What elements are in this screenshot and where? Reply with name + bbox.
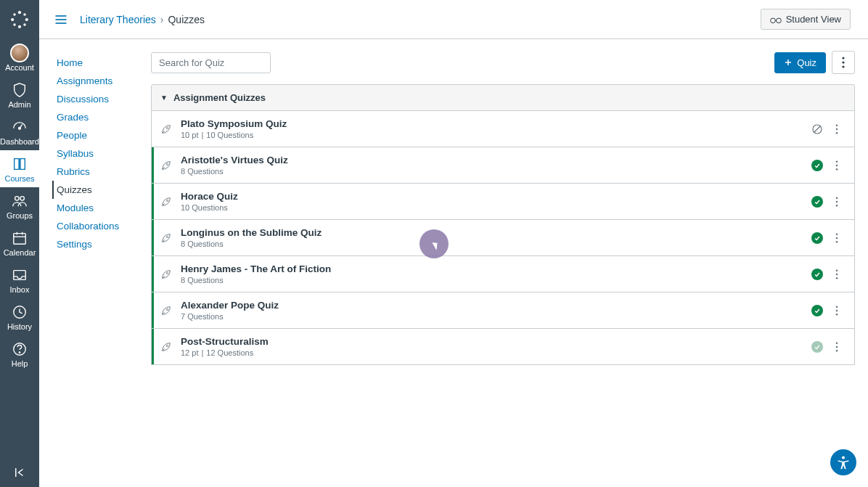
- svg-point-57: [836, 309, 838, 311]
- quiz-subtitle: 12 pt|12 Questions: [181, 348, 806, 357]
- rocket-icon: [152, 304, 181, 317]
- quiz-row-menu[interactable]: [828, 197, 846, 207]
- svg-point-33: [166, 127, 168, 128]
- quiz-questions: 8 Questions: [181, 167, 224, 176]
- course-nav-discussions[interactable]: Discussions: [52, 90, 134, 108]
- app-logo[interactable]: [0, 0, 39, 39]
- quiz-title-link[interactable]: Longinus on the Sublime Quiz: [181, 227, 806, 238]
- quiz-title-link[interactable]: Plato Symposium Quiz: [181, 118, 806, 129]
- quiz-title-link[interactable]: Henry James - The Art of Fiction: [181, 263, 806, 274]
- quiz-row: Post-Structuralism12 pt|12 Questions: [152, 329, 854, 365]
- published-icon[interactable]: [806, 269, 828, 280]
- glasses-icon: [770, 15, 782, 25]
- nav-item-label: Calendar: [4, 248, 36, 257]
- svg-point-59: [166, 345, 168, 346]
- plus-icon: [784, 58, 793, 67]
- add-quiz-button[interactable]: Quiz: [774, 52, 826, 73]
- hamburger-button[interactable]: [52, 11, 70, 28]
- published-icon[interactable]: [806, 305, 828, 316]
- svg-point-45: [836, 200, 838, 202]
- quiz-title-link[interactable]: Aristotle's Virtues Quiz: [181, 155, 806, 165]
- quiz-row-menu[interactable]: [828, 233, 846, 243]
- svg-point-54: [836, 277, 838, 279]
- quiz-title-link[interactable]: Alexander Pope Quiz: [181, 300, 806, 311]
- quiz-row: Henry James - The Art of Fiction8 Questi…: [152, 256, 854, 292]
- accessibility-icon: [835, 454, 851, 470]
- nav-item-label: Inbox: [10, 285, 30, 294]
- published-icon[interactable]: [806, 232, 828, 244]
- nav-item-help[interactable]: Help: [0, 335, 39, 372]
- published-icon[interactable]: [806, 160, 828, 171]
- rocket-icon: [152, 159, 181, 172]
- quiz-questions: 7 Questions: [181, 312, 224, 321]
- nav-item-account[interactable]: Account: [0, 39, 39, 76]
- course-nav-quizzes[interactable]: Quizzes: [52, 181, 134, 199]
- collapse-nav-button[interactable]: [0, 458, 39, 487]
- nav-item-calendar[interactable]: Calendar: [0, 224, 39, 261]
- nav-item-label: Admin: [8, 100, 30, 109]
- nav-item-dashboard[interactable]: Dashboard: [0, 113, 39, 150]
- nav-item-courses[interactable]: Courses: [0, 150, 39, 187]
- svg-point-32: [842, 65, 844, 67]
- section-header[interactable]: ▼ Assignment Quizzes: [151, 84, 855, 111]
- quiz-options-button[interactable]: [832, 51, 855, 74]
- shield-icon: [10, 82, 29, 98]
- svg-point-38: [836, 131, 838, 134]
- svg-point-42: [836, 168, 838, 170]
- top-bar: Literary Theories › Quizzes Student View: [39, 0, 868, 39]
- svg-point-55: [166, 308, 168, 310]
- course-nav-collaborations[interactable]: Collaborations: [52, 217, 134, 235]
- course-nav-assignments[interactable]: Assignments: [52, 72, 134, 90]
- svg-line-35: [814, 126, 820, 132]
- quiz-subtitle: 8 Questions: [181, 240, 806, 248]
- quiz-meta: Aristotle's Virtues Quiz8 Questions: [181, 155, 806, 176]
- svg-point-3: [25, 18, 28, 21]
- quiz-meta: Alexander Pope Quiz7 Questions: [181, 300, 806, 321]
- published-icon[interactable]: [806, 341, 828, 353]
- published-icon[interactable]: [806, 196, 828, 208]
- quiz-row-menu[interactable]: [828, 306, 846, 316]
- divider: |: [201, 131, 203, 139]
- svg-point-12: [20, 197, 24, 201]
- nav-item-admin[interactable]: Admin: [0, 76, 39, 113]
- unpublished-icon[interactable]: [806, 123, 828, 135]
- quiz-row-menu[interactable]: [828, 342, 846, 352]
- quiz-points: 12 pt: [181, 348, 198, 357]
- course-nav-grades[interactable]: Grades: [52, 108, 134, 126]
- course-nav-syllabus[interactable]: Syllabus: [52, 144, 134, 163]
- svg-point-37: [836, 128, 838, 130]
- svg-rect-13: [14, 234, 26, 245]
- rocket-icon: [152, 123, 181, 136]
- quiz-row-menu[interactable]: [828, 124, 846, 134]
- accessibility-button[interactable]: [830, 449, 856, 475]
- body-layout: HomeAssignmentsDiscussionsGradesPeopleSy…: [39, 39, 868, 487]
- rocket-icon: [152, 340, 181, 353]
- quiz-row-menu[interactable]: [828, 160, 846, 171]
- inbox-icon: [10, 267, 29, 283]
- quiz-row-menu[interactable]: [828, 269, 846, 279]
- quiz-row: Plato Symposium Quiz10 pt|10 Questions: [152, 111, 854, 147]
- svg-point-11: [15, 197, 19, 201]
- svg-point-51: [166, 272, 168, 274]
- svg-point-52: [836, 269, 838, 271]
- course-nav-modules[interactable]: Modules: [52, 199, 134, 217]
- nav-item-inbox[interactable]: Inbox: [0, 261, 39, 298]
- quiz-title-link[interactable]: Horace Quiz: [181, 191, 806, 202]
- quiz-questions: 10 Questions: [206, 131, 253, 139]
- search-input[interactable]: [151, 52, 271, 73]
- course-nav-settings[interactable]: Settings: [52, 235, 134, 253]
- quiz-title-link[interactable]: Post-Structuralism: [181, 336, 806, 347]
- nav-item-label: Dashboard: [0, 137, 39, 146]
- svg-point-53: [836, 273, 838, 275]
- course-nav-rubrics[interactable]: Rubrics: [52, 163, 134, 181]
- content-area: Quiz ▼ Assignment Quizzes Plato Symposiu…: [134, 39, 868, 487]
- nav-item-history[interactable]: History: [0, 298, 39, 335]
- course-nav-people[interactable]: People: [52, 126, 134, 144]
- course-nav-home[interactable]: Home: [52, 54, 134, 72]
- svg-point-47: [166, 236, 168, 237]
- breadcrumb-course-link[interactable]: Literary Theories: [80, 14, 156, 25]
- quiz-subtitle: 8 Questions: [181, 167, 806, 176]
- student-view-button[interactable]: Student View: [761, 9, 851, 30]
- nav-item-groups[interactable]: Groups: [0, 187, 39, 224]
- svg-point-5: [23, 13, 26, 16]
